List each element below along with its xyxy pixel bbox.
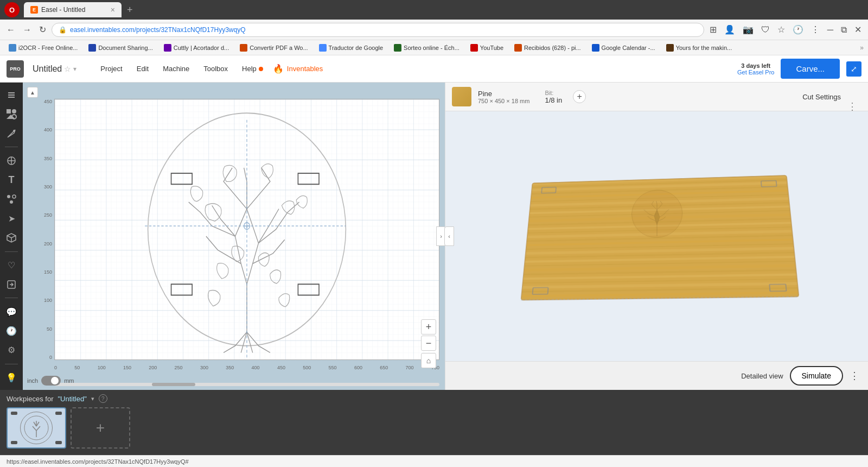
extensions-button[interactable]: ⊞ [707, 23, 719, 36]
cut-settings-button[interactable]: Cut Settings [802, 93, 841, 101]
menu-button[interactable]: ⋮ [809, 23, 822, 36]
bookmark-pdf[interactable]: Convertir PDF a Wo... [235, 43, 312, 53]
menu-help[interactable]: Help [235, 61, 270, 76]
right-panel-collapse-button[interactable]: › [436, 226, 445, 246]
browser-logo: O [4, 2, 20, 17]
sidebar-info-icon[interactable]: 💡 [3, 370, 20, 386]
menu-machine[interactable]: Machine [156, 61, 196, 76]
left-panel-collapse-button[interactable]: ‹ [444, 226, 454, 246]
bookmark-favicon [9, 44, 16, 52]
sidebar-settings-icon[interactable]: ⚙ [3, 342, 20, 358]
svg-rect-2 [8, 97, 15, 98]
new-tab-button[interactable]: + [124, 4, 136, 16]
bookmark-favicon [592, 44, 599, 52]
restore-button[interactable]: ⧉ [839, 24, 849, 36]
sidebar-3d-icon[interactable] [3, 230, 20, 245]
canvas-workspace[interactable] [54, 99, 439, 360]
refresh-button[interactable]: ↻ [37, 23, 48, 36]
scrollbar-thumb[interactable] [152, 383, 195, 386]
unit-toggle-switch[interactable] [41, 376, 61, 386]
sidebar-collapse-icon[interactable] [3, 87, 20, 103]
unit-toggle: inch mm [27, 376, 74, 386]
panel-more-button[interactable]: ⋮ [847, 100, 857, 112]
sidebar-text-icon[interactable]: T [3, 172, 20, 188]
expand-button[interactable]: ⤢ [846, 61, 861, 77]
url-text: easel.inventables.com/projects/32TNax1cN… [70, 26, 697, 34]
header-right: 3 days left Get Easel Pro Carve... ⤢ [737, 59, 861, 79]
bookmark-youtube[interactable]: YouTube [466, 43, 508, 53]
active-tab[interactable]: E Easel - Untitled × [24, 2, 122, 17]
sidebar-divider-2 [5, 251, 18, 252]
menu-project[interactable]: Project [94, 61, 129, 76]
sidebar-shapes-icon[interactable] [3, 106, 20, 122]
shield-button[interactable]: 🛡 [759, 24, 772, 36]
add-workpiece-button[interactable]: + [71, 407, 130, 449]
simulate-button[interactable]: Simulate [790, 366, 843, 386]
right-panel-header: Pine 750 × 450 × 18 mm Bit: 1/8 in + Cut… [445, 83, 868, 111]
workpieces-items-list: + [7, 407, 861, 449]
sidebar-crosshair-icon[interactable] [3, 153, 20, 168]
horizontal-scrollbar[interactable] [54, 382, 439, 387]
easel-app: PRO Untitled ☆ ▾ Project Edit Machine To… [0, 55, 868, 467]
zoom-out-button[interactable]: − [421, 336, 436, 351]
easel-logo-icon: PRO [7, 60, 24, 78]
back-button[interactable]: ← [4, 24, 17, 36]
bookmark-docsharing[interactable]: Document Sharing... [84, 43, 157, 53]
account-button[interactable]: 👤 [722, 23, 737, 36]
add-bit-button[interactable]: + [573, 90, 586, 103]
tab-close-button[interactable]: × [111, 5, 115, 14]
bookmark-translate[interactable]: Traductor de Google [315, 43, 387, 53]
tab-title: Easel - Untitled [41, 6, 85, 14]
svg-point-7 [13, 130, 15, 132]
address-bar[interactable]: 🔒 easel.inventables.com/projects/32TNax1… [52, 23, 704, 37]
bookmark-sorteo[interactable]: Sorteo online - Éch... [390, 43, 464, 53]
workpieces-help-icon[interactable]: ? [99, 394, 107, 403]
corner-bl [11, 441, 17, 444]
workpieces-project-name: "Untitled" [58, 395, 86, 403]
carve-button[interactable]: Carve... [781, 59, 840, 79]
bookmark-star-button[interactable]: ☆ [775, 23, 787, 36]
bookmark-recibidos[interactable]: Recibidos (628) - pi... [510, 43, 585, 53]
menu-edit[interactable]: Edit [130, 61, 155, 76]
bookmark-cuttly[interactable]: Cuttly | Acortador d... [159, 43, 234, 53]
zoom-fit-button[interactable]: ⌂ [421, 353, 436, 368]
zoom-in-button[interactable]: + [421, 319, 436, 335]
bookmarks-more[interactable]: » [860, 44, 864, 52]
canvas-area: ▲ [23, 83, 445, 390]
sidebar-apps-icon[interactable] [3, 191, 20, 207]
forward-button[interactable]: → [21, 24, 34, 36]
svg-point-12 [12, 195, 16, 198]
sidebar-import-icon[interactable] [3, 276, 20, 292]
material-dimensions: 750 × 450 × 18 mm [478, 98, 529, 104]
menu-inventables[interactable]: 🔥 Inventables [273, 64, 323, 74]
collapse-panel-button[interactable]: ▲ [27, 87, 38, 98]
menu-toolbox[interactable]: Toolbox [197, 61, 234, 76]
bookmark-inventables[interactable]: Yours for the makin... [662, 43, 737, 53]
get-easel-pro-link[interactable]: Get Easel Pro [737, 69, 774, 75]
close-window-button[interactable]: ✕ [852, 23, 864, 36]
inch-label: inch [27, 377, 38, 384]
sidebar-arrow-icon[interactable]: ➤ [3, 211, 20, 226]
camera-button[interactable]: 📷 [741, 23, 756, 36]
corner-tr [55, 412, 62, 415]
history-button[interactable]: 🕐 [790, 23, 806, 36]
detailed-view-button[interactable]: Detailed view [741, 372, 783, 380]
footer-more-button[interactable]: ⋮ [850, 370, 859, 382]
sidebar-favorite-icon[interactable]: ♡ [3, 257, 20, 273]
favorite-star-icon[interactable]: ☆ [64, 65, 71, 73]
browser-controls: ← → ↻ 🔒 easel.inventables.com/projects/3… [0, 20, 868, 40]
sidebar-clock-icon[interactable]: 🕐 [3, 323, 20, 339]
help-notification-dot [259, 67, 263, 71]
sidebar-pen-icon[interactable] [3, 125, 20, 141]
svg-marker-5 [7, 115, 15, 119]
main-content: T ➤ ♡ [0, 83, 868, 390]
bookmark-calendar[interactable]: Google Calendar -... [588, 43, 660, 53]
material-swatch [452, 87, 471, 106]
minimize-button[interactable]: ─ [825, 24, 835, 36]
title-chevron-icon[interactable]: ▾ [73, 65, 76, 73]
workpieces-chevron-icon[interactable]: ▾ [91, 395, 94, 402]
sidebar-chat-icon[interactable]: 💬 [3, 304, 20, 319]
bookmark-favicon [164, 44, 171, 52]
bookmark-i2ocr[interactable]: i2OCR - Free Online... [4, 43, 82, 53]
workpiece-item-1[interactable] [7, 407, 66, 449]
